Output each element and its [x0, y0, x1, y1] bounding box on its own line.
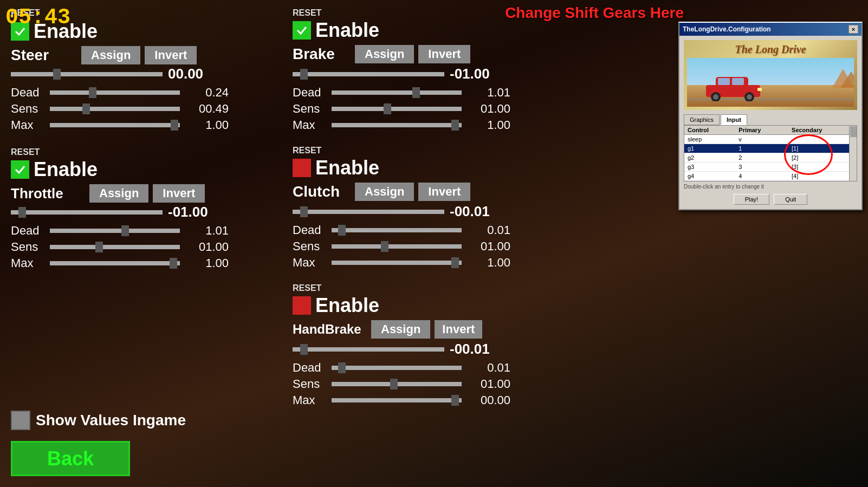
brake-invert-button[interactable]: Invert: [418, 45, 470, 63]
steer-dead-slider[interactable]: [50, 90, 180, 95]
clutch-dead-slider[interactable]: [332, 228, 462, 232]
steer-sens-slider[interactable]: [50, 107, 180, 111]
table-scrollbar[interactable]: [849, 126, 857, 181]
handbrake-invert-button[interactable]: Invert: [435, 320, 482, 339]
cell-control: g4: [684, 172, 735, 181]
brake-max-slider[interactable]: [332, 123, 462, 127]
handbrake-sens-thumb: [390, 379, 398, 389]
throttle-assign-button[interactable]: Assign: [89, 184, 148, 203]
handbrake-max-thumb: [451, 395, 459, 406]
handbrake-enable-row: Enable: [293, 294, 585, 317]
cell-primary: 4: [735, 172, 788, 181]
brake-assign-button[interactable]: Assign: [355, 45, 414, 63]
dialog-close-button[interactable]: ×: [848, 25, 858, 34]
tab-input[interactable]: Input: [721, 114, 747, 125]
handbrake-dead-slider[interactable]: [332, 366, 462, 370]
brake-sens-slider[interactable]: [332, 107, 462, 111]
brake-control-row: Brake Assign Invert: [293, 45, 585, 63]
brake-dead-slider[interactable]: [332, 90, 462, 95]
brake-dead-label: Dead: [293, 86, 332, 100]
throttle-enable-checkbox[interactable]: [11, 160, 29, 179]
brake-section: RESET Enable Brake Assign Invert -01.00 …: [293, 8, 585, 132]
brake-enable-row: Enable: [293, 19, 585, 42]
clutch-sens-value: 01.00: [467, 239, 510, 254]
show-values-row: Show Values Ingame: [11, 411, 186, 430]
table-row[interactable]: g2 2 [2]: [684, 153, 857, 163]
brake-sens-thumb: [384, 103, 391, 114]
brake-main-slider[interactable]: [293, 72, 444, 76]
brake-enable-label: Enable: [315, 19, 379, 42]
throttle-sens-slider[interactable]: [50, 245, 180, 249]
steer-control-row: Steer Assign Invert: [11, 46, 276, 64]
handbrake-main-row: -00.01: [293, 341, 585, 358]
table-row-selected[interactable]: g1 1 [1]: [684, 144, 857, 153]
clutch-section: RESET Enable Clutch Assign Invert -00.01…: [293, 146, 585, 270]
play-button[interactable]: Play!: [734, 194, 769, 205]
throttle-invert-button[interactable]: Invert: [153, 184, 205, 203]
steer-assign-button[interactable]: Assign: [81, 46, 140, 64]
clutch-max-slider[interactable]: [332, 261, 462, 265]
throttle-dead-thumb: [121, 225, 129, 236]
table-row[interactable]: g3 3 [3]: [684, 163, 857, 172]
table-wrapper: Control Primary Secondary sleep v g1: [684, 126, 857, 181]
cell-primary: v: [735, 135, 788, 144]
clutch-assign-button[interactable]: Assign: [355, 183, 414, 201]
brake-max-label: Max: [293, 118, 332, 132]
brake-max-value: 1.00: [467, 118, 510, 132]
brake-sens-label: Sens: [293, 102, 332, 116]
brake-dead-row: Dead 1.01: [293, 86, 585, 100]
col-secondary: Secondary: [788, 126, 857, 135]
steer-sens-label: Sens: [11, 102, 50, 116]
table-body: sleep v g1 1 [1]: [684, 135, 857, 181]
handbrake-assign-button[interactable]: Assign: [371, 320, 430, 339]
steer-max-row: Max 1.00: [11, 118, 276, 132]
clutch-enable-label: Enable: [315, 157, 379, 179]
throttle-dead-slider[interactable]: [50, 229, 180, 233]
clutch-sens-row: Sens 01.00: [293, 239, 585, 254]
throttle-max-row: Max 1.00: [11, 256, 276, 270]
table-row[interactable]: g4 4 [4]: [684, 172, 857, 181]
tab-graphics[interactable]: Graphics: [684, 114, 720, 125]
svg-rect-2: [718, 78, 730, 85]
quit-button[interactable]: Quit: [774, 194, 807, 205]
throttle-main-slider[interactable]: [11, 210, 163, 215]
table-row[interactable]: sleep v: [684, 135, 857, 144]
svg-point-5: [713, 94, 718, 100]
steer-dead-label: Dead: [11, 86, 50, 100]
steer-main-slider-track[interactable]: [11, 72, 163, 76]
throttle-enable-row: Enable: [11, 158, 276, 181]
handbrake-sens-slider[interactable]: [332, 382, 462, 386]
throttle-dead-row: Dead 1.01: [11, 224, 276, 238]
brake-enable-checkbox[interactable]: [293, 21, 311, 40]
handbrake-enable-checkbox[interactable]: [293, 296, 311, 315]
handbrake-dead-label: Dead: [293, 361, 332, 375]
clutch-max-thumb: [451, 257, 459, 268]
clutch-max-row: Max 1.00: [293, 256, 585, 270]
clutch-invert-button[interactable]: Invert: [418, 183, 470, 201]
clutch-sens-slider[interactable]: [332, 244, 462, 249]
handbrake-sens-row: Sens 01.00: [293, 377, 585, 391]
steer-invert-button[interactable]: Invert: [145, 46, 197, 64]
handbrake-max-slider[interactable]: [332, 398, 462, 402]
left-controls-column: RESET Enable Steer Assign Invert 00.00 D…: [11, 8, 276, 285]
clutch-enable-checkbox[interactable]: [293, 159, 311, 177]
handbrake-dead-row: Dead 0.01: [293, 361, 585, 375]
clutch-main-slider[interactable]: [293, 210, 444, 214]
show-values-label: Show Values Ingame: [36, 412, 186, 429]
handbrake-main-value: -00.01: [450, 341, 490, 358]
handbrake-main-slider[interactable]: [293, 347, 444, 352]
steer-dead-row: Dead 0.24: [11, 86, 276, 100]
show-values-checkbox[interactable]: [11, 411, 30, 430]
back-button[interactable]: Back: [11, 441, 130, 476]
steer-max-slider[interactable]: [50, 123, 180, 127]
throttle-max-slider[interactable]: [50, 261, 180, 265]
throttle-max-thumb: [170, 258, 177, 269]
steer-main-value: 00.00: [168, 66, 203, 82]
brake-dead-thumb: [412, 87, 420, 98]
game-timer: 05:43: [5, 5, 70, 30]
table-head: Control Primary Secondary: [684, 126, 857, 135]
brake-main-row: -01.00: [293, 66, 585, 82]
cell-primary: 2: [735, 153, 788, 163]
handbrake-sens-label: Sens: [293, 377, 332, 391]
throttle-main-thumb: [18, 207, 26, 218]
